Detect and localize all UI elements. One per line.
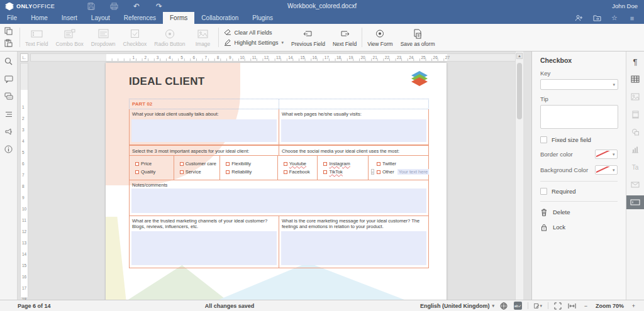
image-settings-icon[interactable] [630,92,640,102]
delete-button[interactable]: Delete [540,208,618,216]
tab-references[interactable]: References [117,12,163,24]
shape-settings-icon[interactable] [630,127,640,137]
checkbox-box[interactable] [323,162,327,166]
checkbox-box[interactable] [180,162,184,166]
document-area[interactable]: ∟ 12345678910111213141516171819202122232… [18,52,523,300]
tab-collaboration[interactable]: Collaboration [194,12,245,24]
key-select[interactable]: ▾ [540,79,618,90]
header-footer-settings-icon[interactable] [630,109,640,119]
save-as-oform-button[interactable]: Save as oform [397,24,439,51]
fixed-size-checkbox[interactable]: Fixed size field [540,136,618,143]
text-field-channels[interactable] [131,231,277,265]
checkbox-box[interactable] [323,170,327,174]
checkbox-service[interactable]: Service [180,169,220,175]
spellcheck-icon[interactable]: ab✓ [514,302,522,310]
copy-icon[interactable] [4,27,14,36]
checkbox-flexibility[interactable]: Flexibility [226,161,277,166]
checkbox-box[interactable] [226,170,230,174]
combo-box-button[interactable]: Combo Box [52,24,87,51]
lock-button[interactable]: Lock [540,223,618,231]
tab-layout[interactable]: Layout [84,12,117,24]
track-changes-icon[interactable]: ▾ [534,302,542,310]
checkbox-quality[interactable]: Quality [135,169,174,175]
view-form-button[interactable]: View Form [364,24,396,51]
checkbox-youtube[interactable]: Youtube [284,161,318,166]
checkbox-box[interactable] [135,162,139,166]
table-settings-icon[interactable] [630,74,640,84]
open-location-icon[interactable] [592,14,601,23]
undo-icon[interactable]: ↶ [132,2,141,11]
text-art-settings-icon[interactable]: Ta [630,162,640,172]
checkbox-box[interactable] [180,170,184,174]
next-field-button[interactable]: Next Field [329,24,360,51]
previous-field-button[interactable]: Previous Field [287,24,329,51]
checkbox-customer-care[interactable]: Customer care [180,161,220,166]
tab-insert[interactable]: Insert [55,12,84,24]
zoom-out-icon[interactable]: − [582,302,590,310]
checkbox-facebook[interactable]: Facebook [284,169,318,175]
tab-file[interactable]: File [0,12,24,24]
paste-icon[interactable] [4,39,14,48]
zoom-in-icon[interactable]: + [630,302,638,310]
document-page[interactable]: IDEAL CLIENT PART 02 What your ideal cli… [106,63,447,300]
navigation-icon[interactable] [4,109,13,119]
fit-page-icon[interactable] [554,302,562,310]
clear-all-fields-button[interactable]: Clear All Fields [224,28,284,36]
checkbox-other[interactable]: ≡ Other Your text here [371,169,428,175]
checkbox-price[interactable]: Price [135,161,174,166]
page-indicator[interactable]: Page 6 of 14 [18,303,51,309]
paragraph-settings-icon[interactable]: ¶ [630,57,640,67]
radio-button-button[interactable]: Radio Button [150,24,189,51]
checkbox-box[interactable] [226,162,230,166]
text-field-button[interactable]: Text Field [21,24,52,51]
required-checkbox[interactable]: Required [540,188,618,195]
text-field-talks[interactable] [131,119,277,142]
chart-settings-icon[interactable] [630,145,640,155]
checkbox-box[interactable] [135,170,139,174]
hamburger-menu-icon[interactable]: ≡ [628,14,636,23]
other-text-field[interactable]: Your text here [397,169,429,175]
tab-home[interactable]: Home [24,12,55,24]
text-field-web[interactable] [281,119,426,142]
tip-textarea[interactable] [540,105,618,129]
print-icon[interactable] [109,2,118,11]
background-color-picker[interactable]: ▾ [595,165,618,175]
form-field-handle-icon[interactable]: ≡ [371,169,374,175]
dropdown-button[interactable]: Dropdown [87,24,119,51]
highlight-settings-button[interactable]: Highlight Settings ▾ [224,38,284,46]
vertical-scrollbar[interactable]: ▲ [515,52,523,300]
tab-plugins[interactable]: Plugins [245,12,280,24]
checkbox-twitter[interactable]: Twitter [371,161,428,166]
checkbox-box[interactable] [377,170,380,174]
zoom-level[interactable]: Zoom 70% [596,303,624,309]
feedback-icon[interactable] [4,127,13,136]
checkbox-box[interactable] [284,170,287,174]
fit-width-icon[interactable] [568,302,576,310]
save-icon[interactable] [87,2,96,11]
tab-forms[interactable]: Forms [163,12,194,24]
text-field-message[interactable] [281,231,426,265]
checkbox-instagram[interactable]: Instagram [323,161,368,166]
horizontal-ruler[interactable]: 1234567891011121314151617181920212223242… [30,53,523,62]
mail-merge-icon[interactable] [630,180,640,190]
add-user-icon[interactable] [575,14,584,23]
set-language-globe-icon[interactable] [500,302,508,310]
checkbox-box[interactable] [284,162,287,166]
chat-icon[interactable] [4,92,13,101]
checkbox-box[interactable] [377,162,380,166]
checkbox-box[interactable] [540,188,547,195]
checkbox-tiktok[interactable]: TikTok [323,169,368,175]
checkbox-box[interactable] [540,136,547,143]
tab-stop-selector[interactable]: ∟ [20,53,28,62]
image-button[interactable]: Image [189,24,217,51]
comments-icon[interactable] [4,74,13,84]
redo-icon[interactable]: ↷ [155,2,164,11]
favorite-star-icon[interactable]: ☆ [610,14,619,23]
about-info-icon[interactable] [4,145,13,154]
checkbox-button[interactable]: Checkbox [119,24,151,51]
vertical-ruler[interactable]: 123456789101112131415161718 [20,63,28,297]
scroll-up-icon[interactable]: ▲ [516,53,523,59]
border-color-picker[interactable]: ▾ [595,150,618,159]
language-selector[interactable]: English (United Kingdom)▾ [420,303,494,309]
text-field-notes[interactable] [131,188,426,213]
